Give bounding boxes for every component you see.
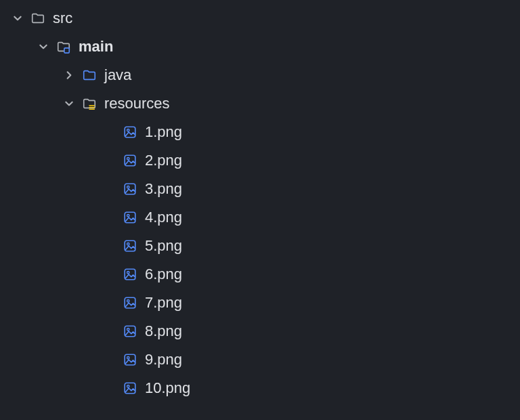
svg-point-15 (127, 272, 129, 274)
svg-point-21 (127, 357, 129, 359)
tree-item-resources[interactable]: resources (3, 89, 520, 118)
tree-item-file[interactable]: 5.png (3, 232, 520, 260)
image-file-icon (122, 266, 138, 282)
image-file-icon (122, 181, 138, 197)
source-folder-icon (81, 67, 98, 83)
resources-files-list: 1.png 2.png 3.png 4.png 5.png 6.png 7.pn… (3, 118, 520, 402)
image-file-icon (122, 295, 138, 311)
chevron-down-icon (11, 12, 24, 25)
tree-item-label: 6.png (145, 266, 182, 283)
svg-point-19 (127, 329, 129, 331)
tree-item-file[interactable]: 8.png (3, 317, 520, 345)
tree-item-file[interactable]: 9.png (3, 345, 520, 374)
image-file-icon (122, 124, 138, 140)
image-file-icon (122, 209, 138, 226)
svg-point-17 (127, 300, 129, 302)
svg-point-11 (127, 215, 129, 217)
svg-point-5 (127, 129, 129, 131)
tree-item-file[interactable]: 3.png (3, 175, 520, 203)
tree-item-label: 2.png (145, 152, 182, 169)
tree-item-label: main (79, 38, 113, 56)
project-tree: src main java (0, 0, 520, 402)
tree-item-label: java (104, 66, 131, 84)
svg-point-13 (127, 243, 129, 245)
tree-item-file[interactable]: 7.png (3, 289, 520, 317)
svg-point-7 (127, 158, 129, 160)
chevron-down-icon (62, 97, 76, 110)
tree-item-file[interactable]: 4.png (3, 203, 520, 232)
image-file-icon (122, 152, 138, 169)
tree-item-file[interactable]: 1.png (3, 118, 520, 146)
tree-item-label: resources (104, 95, 170, 112)
tree-item-main[interactable]: main (3, 33, 520, 61)
tree-item-label: 4.png (145, 209, 182, 226)
chevron-down-icon (37, 40, 50, 54)
image-file-icon (122, 380, 138, 396)
tree-item-label: 9.png (145, 351, 182, 369)
tree-item-label: 7.png (145, 294, 182, 312)
tree-item-label: 8.png (145, 322, 182, 340)
tree-item-label: 10.png (145, 379, 190, 397)
module-folder-icon (56, 39, 72, 55)
tree-item-file[interactable]: 10.png (3, 374, 520, 402)
tree-item-label: src (53, 9, 72, 27)
svg-rect-0 (64, 48, 69, 53)
svg-point-9 (127, 186, 129, 188)
tree-item-java[interactable]: java (3, 61, 520, 89)
tree-item-file[interactable]: 6.png (3, 260, 520, 289)
tree-item-label: 1.png (145, 123, 182, 141)
tree-item-file[interactable]: 2.png (3, 146, 520, 175)
tree-item-src[interactable]: src (3, 4, 520, 33)
resources-folder-icon (81, 96, 98, 112)
chevron-right-icon (62, 68, 76, 82)
folder-icon (30, 10, 46, 26)
tree-item-label: 5.png (145, 237, 182, 255)
image-file-icon (122, 238, 138, 254)
tree-item-label: 3.png (145, 180, 182, 198)
image-file-icon (122, 352, 138, 368)
svg-point-23 (127, 385, 129, 387)
image-file-icon (122, 323, 138, 339)
